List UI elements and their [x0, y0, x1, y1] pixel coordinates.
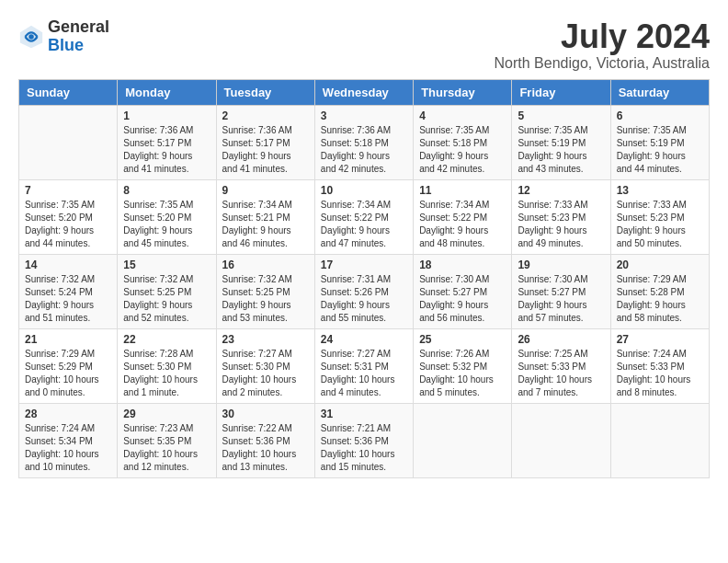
day-number: 1 [123, 109, 210, 122]
calendar-cell [19, 105, 118, 179]
day-number: 18 [419, 259, 506, 271]
day-number: 16 [222, 259, 309, 271]
day-number: 6 [617, 109, 703, 122]
day-header-thursday: Thursday [414, 79, 512, 105]
calendar-week-row: 1Sunrise: 7:36 AM Sunset: 5:17 PM Daylig… [19, 105, 710, 179]
day-info: Sunrise: 7:35 AM Sunset: 5:19 PM Dayligh… [617, 124, 703, 176]
calendar-cell: 15Sunrise: 7:32 AM Sunset: 5:25 PM Dayli… [118, 254, 216, 328]
day-info: Sunrise: 7:28 AM Sunset: 5:30 PM Dayligh… [123, 348, 210, 399]
day-number: 19 [518, 259, 604, 271]
day-info: Sunrise: 7:23 AM Sunset: 5:35 PM Dayligh… [123, 422, 210, 474]
location-subtitle: North Bendigo, Victoria, Australia [495, 55, 711, 72]
day-number: 8 [123, 184, 210, 197]
day-info: Sunrise: 7:25 AM Sunset: 5:33 PM Dayligh… [518, 348, 604, 399]
day-info: Sunrise: 7:33 AM Sunset: 5:23 PM Dayligh… [617, 199, 703, 250]
day-number: 22 [123, 333, 210, 346]
calendar-cell: 4Sunrise: 7:35 AM Sunset: 5:18 PM Daylig… [414, 105, 512, 179]
day-number: 11 [419, 184, 506, 197]
calendar-week-row: 28Sunrise: 7:24 AM Sunset: 5:34 PM Dayli… [19, 403, 710, 477]
calendar-cell: 23Sunrise: 7:27 AM Sunset: 5:30 PM Dayli… [216, 328, 314, 403]
day-number: 13 [617, 184, 703, 197]
day-info: Sunrise: 7:35 AM Sunset: 5:20 PM Dayligh… [25, 199, 111, 250]
day-info: Sunrise: 7:35 AM Sunset: 5:19 PM Dayligh… [518, 124, 604, 176]
logo-blue: Blue [48, 36, 84, 54]
calendar-cell: 17Sunrise: 7:31 AM Sunset: 5:26 PM Dayli… [314, 254, 413, 328]
day-number: 5 [518, 109, 604, 122]
calendar-cell: 7Sunrise: 7:35 AM Sunset: 5:20 PM Daylig… [19, 179, 118, 254]
day-number: 21 [25, 333, 111, 346]
day-info: Sunrise: 7:21 AM Sunset: 5:36 PM Dayligh… [321, 422, 407, 474]
day-header-friday: Friday [512, 79, 610, 105]
calendar-cell: 19Sunrise: 7:30 AM Sunset: 5:27 PM Dayli… [512, 254, 610, 328]
day-number: 23 [222, 333, 309, 346]
month-year-title: July 2024 [495, 18, 711, 55]
day-number: 9 [222, 184, 309, 197]
day-info: Sunrise: 7:34 AM Sunset: 5:21 PM Dayligh… [222, 199, 309, 250]
calendar-cell: 21Sunrise: 7:29 AM Sunset: 5:29 PM Dayli… [19, 328, 118, 403]
calendar-week-row: 14Sunrise: 7:32 AM Sunset: 5:24 PM Dayli… [19, 254, 710, 328]
day-info: Sunrise: 7:32 AM Sunset: 5:24 PM Dayligh… [25, 273, 111, 325]
logo: General Blue [18, 18, 109, 55]
day-header-wednesday: Wednesday [314, 79, 413, 105]
calendar-week-row: 7Sunrise: 7:35 AM Sunset: 5:20 PM Daylig… [19, 179, 710, 254]
day-info: Sunrise: 7:32 AM Sunset: 5:25 PM Dayligh… [123, 273, 210, 325]
calendar-cell: 29Sunrise: 7:23 AM Sunset: 5:35 PM Dayli… [118, 403, 216, 477]
day-number: 14 [25, 259, 111, 271]
calendar-cell: 26Sunrise: 7:25 AM Sunset: 5:33 PM Dayli… [512, 328, 610, 403]
day-info: Sunrise: 7:24 AM Sunset: 5:33 PM Dayligh… [617, 348, 703, 399]
calendar-cell: 12Sunrise: 7:33 AM Sunset: 5:23 PM Dayli… [512, 179, 610, 254]
calendar-cell: 14Sunrise: 7:32 AM Sunset: 5:24 PM Dayli… [19, 254, 118, 328]
calendar-cell: 24Sunrise: 7:27 AM Sunset: 5:31 PM Dayli… [314, 328, 413, 403]
logo-icon [18, 24, 44, 50]
day-info: Sunrise: 7:31 AM Sunset: 5:26 PM Dayligh… [321, 273, 407, 325]
day-info: Sunrise: 7:33 AM Sunset: 5:23 PM Dayligh… [518, 199, 604, 250]
logo-general: General [48, 17, 109, 36]
calendar-cell [610, 403, 709, 477]
day-info: Sunrise: 7:29 AM Sunset: 5:28 PM Dayligh… [617, 273, 703, 325]
calendar-cell: 3Sunrise: 7:36 AM Sunset: 5:18 PM Daylig… [314, 105, 413, 179]
calendar-cell: 28Sunrise: 7:24 AM Sunset: 5:34 PM Dayli… [19, 403, 118, 477]
day-number: 20 [617, 259, 703, 271]
calendar-week-row: 21Sunrise: 7:29 AM Sunset: 5:29 PM Dayli… [19, 328, 710, 403]
calendar-cell: 20Sunrise: 7:29 AM Sunset: 5:28 PM Dayli… [610, 254, 709, 328]
calendar-cell: 5Sunrise: 7:35 AM Sunset: 5:19 PM Daylig… [512, 105, 610, 179]
svg-point-1 [28, 34, 34, 40]
day-info: Sunrise: 7:35 AM Sunset: 5:18 PM Dayligh… [419, 124, 506, 176]
calendar-cell: 6Sunrise: 7:35 AM Sunset: 5:19 PM Daylig… [610, 105, 709, 179]
day-info: Sunrise: 7:29 AM Sunset: 5:29 PM Dayligh… [25, 348, 111, 399]
day-number: 3 [321, 109, 407, 122]
day-number: 25 [419, 333, 506, 346]
day-info: Sunrise: 7:27 AM Sunset: 5:31 PM Dayligh… [321, 348, 407, 399]
page-header: General Blue July 2024 North Bendigo, Vi… [18, 18, 710, 72]
day-number: 26 [518, 333, 604, 346]
calendar-header-row: SundayMondayTuesdayWednesdayThursdayFrid… [19, 79, 710, 105]
calendar-cell [512, 403, 610, 477]
day-number: 31 [321, 408, 407, 420]
calendar-cell: 13Sunrise: 7:33 AM Sunset: 5:23 PM Dayli… [610, 179, 709, 254]
calendar-cell: 8Sunrise: 7:35 AM Sunset: 5:20 PM Daylig… [118, 179, 216, 254]
day-number: 4 [419, 109, 506, 122]
day-info: Sunrise: 7:32 AM Sunset: 5:25 PM Dayligh… [222, 273, 309, 325]
calendar-cell: 31Sunrise: 7:21 AM Sunset: 5:36 PM Dayli… [314, 403, 413, 477]
day-info: Sunrise: 7:24 AM Sunset: 5:34 PM Dayligh… [25, 422, 111, 474]
calendar-cell: 1Sunrise: 7:36 AM Sunset: 5:17 PM Daylig… [118, 105, 216, 179]
day-number: 15 [123, 259, 210, 271]
day-header-tuesday: Tuesday [216, 79, 314, 105]
calendar-cell: 22Sunrise: 7:28 AM Sunset: 5:30 PM Dayli… [118, 328, 216, 403]
day-info: Sunrise: 7:22 AM Sunset: 5:36 PM Dayligh… [222, 422, 309, 474]
calendar-cell: 11Sunrise: 7:34 AM Sunset: 5:22 PM Dayli… [414, 179, 512, 254]
calendar-cell: 16Sunrise: 7:32 AM Sunset: 5:25 PM Dayli… [216, 254, 314, 328]
day-number: 24 [321, 333, 407, 346]
calendar-cell: 27Sunrise: 7:24 AM Sunset: 5:33 PM Dayli… [610, 328, 709, 403]
day-info: Sunrise: 7:26 AM Sunset: 5:32 PM Dayligh… [419, 348, 506, 399]
day-number: 17 [321, 259, 407, 271]
day-number: 10 [321, 184, 407, 197]
day-info: Sunrise: 7:36 AM Sunset: 5:18 PM Dayligh… [321, 124, 407, 176]
day-number: 29 [123, 408, 210, 420]
calendar-cell: 10Sunrise: 7:34 AM Sunset: 5:22 PM Dayli… [314, 179, 413, 254]
day-number: 30 [222, 408, 309, 420]
day-info: Sunrise: 7:27 AM Sunset: 5:30 PM Dayligh… [222, 348, 309, 399]
calendar-cell: 25Sunrise: 7:26 AM Sunset: 5:32 PM Dayli… [414, 328, 512, 403]
day-header-sunday: Sunday [19, 79, 118, 105]
day-header-saturday: Saturday [610, 79, 709, 105]
